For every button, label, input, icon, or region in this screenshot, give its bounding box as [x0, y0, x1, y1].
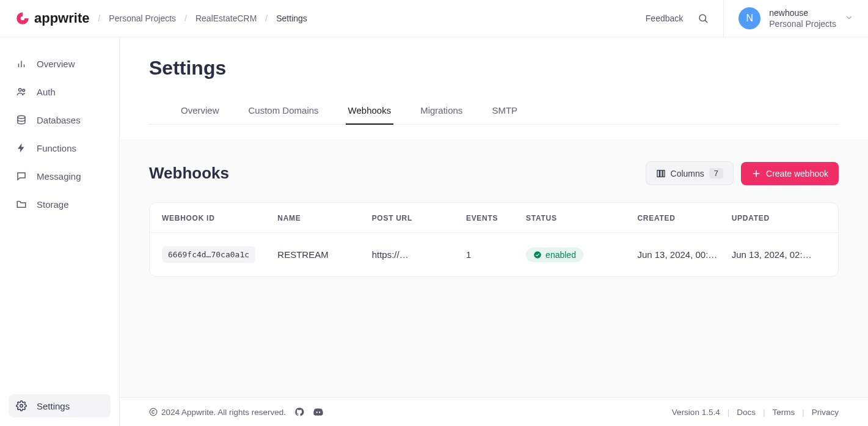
- svg-rect-11: [663, 170, 665, 177]
- webhooks-table: WEBHOOK ID NAME POST URL EVENTS STATUS C…: [149, 202, 839, 277]
- search-icon[interactable]: [698, 13, 709, 24]
- sidebar-item-label: Overview: [37, 59, 75, 69]
- status-badge: enabled: [526, 248, 583, 262]
- sidebar-item-messaging[interactable]: Messaging: [9, 164, 111, 188]
- svg-point-6: [23, 89, 25, 92]
- check-circle-icon: [533, 251, 542, 259]
- breadcrumb-separator: /: [265, 13, 268, 23]
- tab-label: Webhooks: [348, 105, 392, 116]
- tabs: Overview Custom Domains Webhooks Migrati…: [149, 97, 839, 125]
- breadcrumb-current: Settings: [276, 13, 307, 23]
- tab-custom-domains[interactable]: Custom Domains: [246, 97, 321, 124]
- sidebar: Overview Auth Databases Functions Messag…: [0, 37, 120, 426]
- svg-point-5: [19, 89, 22, 92]
- logo-text: appwrite: [34, 10, 89, 26]
- columns-count: 7: [709, 168, 723, 178]
- webhook-created: Jun 13, 2024, 00:…: [637, 249, 731, 260]
- sidebar-item-label: Messaging: [37, 171, 81, 182]
- svg-point-7: [18, 116, 25, 119]
- tab-smtp[interactable]: SMTP: [489, 97, 520, 124]
- users-icon: [16, 86, 27, 97]
- create-webhook-button[interactable]: Create webhook: [741, 162, 839, 185]
- sidebar-item-overview[interactable]: Overview: [9, 52, 111, 75]
- webhook-updated: Jun 13, 2024, 02:…: [732, 249, 826, 260]
- database-icon: [16, 114, 27, 125]
- account-menu[interactable]: N newhouse Personal Projects: [723, 0, 853, 37]
- chevron-down-icon: [845, 13, 853, 24]
- sidebar-item-functions[interactable]: Functions: [9, 136, 111, 160]
- svg-line-1: [706, 20, 707, 22]
- footer-terms[interactable]: Terms: [772, 408, 795, 417]
- breadcrumb-separator: /: [184, 13, 187, 23]
- avatar: N: [739, 7, 760, 29]
- th-name: NAME: [277, 214, 371, 222]
- tab-migrations[interactable]: Migrations: [418, 97, 465, 124]
- columns-button-label: Columns: [671, 169, 704, 178]
- copyright-icon: [149, 408, 158, 416]
- th-created: CREATED: [637, 214, 731, 222]
- tab-label: SMTP: [492, 105, 517, 116]
- webhook-events: 1: [466, 249, 526, 260]
- footer-privacy[interactable]: Privacy: [812, 408, 839, 417]
- footer: 2024 Appwrite. All rights reserved. Vers…: [120, 397, 868, 426]
- webhook-post-url: https://…: [372, 249, 466, 260]
- svg-rect-9: [657, 170, 659, 177]
- svg-point-14: [534, 251, 541, 259]
- plus-icon: [751, 169, 761, 178]
- tab-label: Custom Domains: [249, 105, 319, 116]
- logo[interactable]: appwrite: [15, 10, 89, 26]
- breadcrumb-separator: /: [98, 13, 100, 23]
- th-webhook-id: WEBHOOK ID: [162, 214, 277, 222]
- account-name: newhouse: [769, 7, 836, 18]
- bolt-icon: [16, 142, 27, 153]
- tab-overview[interactable]: Overview: [178, 97, 222, 124]
- gear-icon: [16, 400, 27, 411]
- footer-copyright: 2024 Appwrite. All rights reserved.: [161, 408, 286, 417]
- svg-point-8: [20, 405, 23, 408]
- sidebar-item-label: Auth: [37, 87, 56, 97]
- columns-button[interactable]: Columns 7: [646, 161, 734, 185]
- avatar-initial: N: [746, 13, 754, 24]
- footer-version: Version 1.5.4: [672, 408, 720, 417]
- feedback-link[interactable]: Feedback: [646, 13, 683, 23]
- svg-rect-10: [660, 170, 662, 177]
- message-icon: [16, 171, 27, 182]
- th-post-url: POST URL: [372, 214, 466, 222]
- tab-label: Migrations: [420, 105, 462, 116]
- sidebar-item-label: Settings: [37, 401, 70, 411]
- table-row[interactable]: 6669fc4d…70ca0a1c RESTREAM https://… 1 e…: [150, 232, 838, 276]
- folder-icon: [16, 199, 27, 210]
- footer-docs[interactable]: Docs: [737, 408, 756, 417]
- webhook-name: RESTREAM: [277, 249, 371, 260]
- sidebar-item-label: Functions: [37, 143, 76, 153]
- page-title: Settings: [149, 57, 839, 79]
- breadcrumb: / Personal Projects / RealEstateCRM / Se…: [98, 13, 307, 23]
- sidebar-item-storage[interactable]: Storage: [9, 193, 111, 216]
- logo-mark-icon: [15, 10, 31, 26]
- sidebar-item-label: Databases: [37, 115, 81, 125]
- sidebar-item-databases[interactable]: Databases: [9, 108, 111, 131]
- tab-webhooks[interactable]: Webhooks: [346, 97, 394, 124]
- webhook-id: 6669fc4d…70ca0a1c: [162, 246, 255, 263]
- breadcrumb-org[interactable]: Personal Projects: [109, 13, 176, 23]
- chart-icon: [16, 58, 27, 69]
- account-org: Personal Projects: [769, 18, 836, 29]
- sidebar-item-label: Storage: [37, 199, 69, 210]
- tab-label: Overview: [181, 105, 219, 116]
- columns-icon: [656, 169, 666, 178]
- discord-icon[interactable]: [313, 406, 324, 417]
- create-webhook-label: Create webhook: [766, 169, 828, 178]
- github-icon[interactable]: [294, 407, 304, 417]
- sidebar-item-settings[interactable]: Settings: [9, 394, 111, 417]
- th-status: STATUS: [526, 214, 637, 222]
- sidebar-item-auth[interactable]: Auth: [9, 80, 111, 103]
- section-title: Webhooks: [149, 164, 229, 183]
- th-updated: UPDATED: [732, 214, 826, 222]
- breadcrumb-project[interactable]: RealEstateCRM: [195, 13, 257, 23]
- svg-point-15: [150, 408, 157, 416]
- status-text: enabled: [545, 250, 576, 260]
- th-events: EVENTS: [466, 214, 526, 222]
